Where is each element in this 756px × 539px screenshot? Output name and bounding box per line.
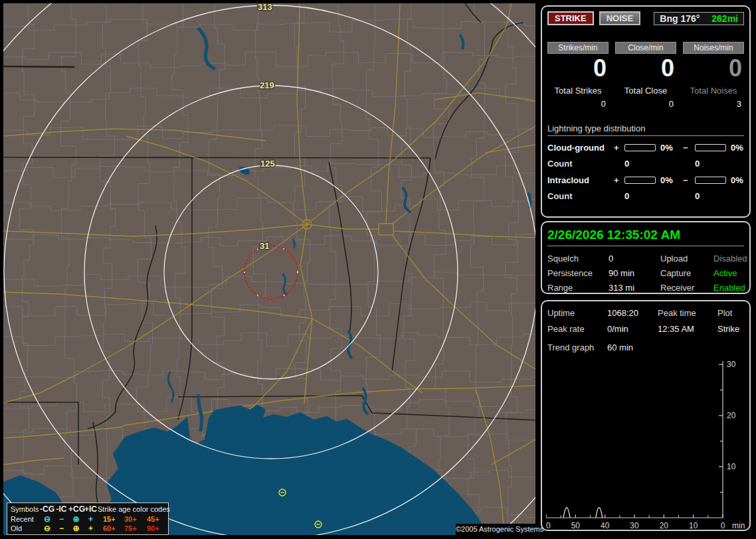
close-counter-column: Close/min 0 Total Close 0: [615, 41, 676, 109]
legend-row-old-label: Old: [11, 524, 40, 534]
ring-label-219: 219: [260, 80, 274, 90]
receiver-status: Enabled: [713, 283, 747, 293]
total-close-label: Total Close: [615, 86, 676, 96]
trend-y-tick: 30: [727, 360, 736, 369]
noises-counter-column: Noises/min 0 Total Noises 3: [683, 41, 744, 109]
legend-header-pic: +IC: [84, 504, 98, 514]
minus-icon: −: [54, 524, 68, 534]
legend-header-pcg: +CG: [68, 504, 84, 514]
total-strikes-label: Total Strikes: [547, 86, 609, 96]
noises-per-min-value: 0: [683, 56, 744, 81]
stats-panel: Uptime 1068:20 Peak time Plot Peak rate …: [541, 300, 751, 531]
age-code-30: 30+: [124, 514, 147, 524]
legend-row-recent-label: Recent: [11, 514, 40, 524]
map-canvas[interactable]: 313 219 125 31: [0, 0, 535, 539]
strikes-counter-column: Strikes/min 0 Total Strikes 0: [547, 41, 609, 109]
capture-label: Capture: [660, 268, 713, 278]
age-code-15: 15+: [103, 514, 124, 524]
copyright-notice: ©2005 Astrogenic Systems: [456, 524, 535, 535]
legend-header-ncg: -CG: [40, 504, 54, 514]
uptime-value: 1068:20: [607, 308, 658, 318]
trend-x-tick: 60: [546, 521, 551, 528]
cg-negative-pct: 0%: [728, 143, 753, 153]
cloud-ground-label: Cloud-ground: [547, 143, 614, 153]
bearing-readout: Bng 176° 262mi: [654, 12, 744, 25]
ic-negative-bar: [695, 177, 726, 184]
ic-positive-bar: [624, 177, 656, 184]
trend-x-tick: 50: [571, 521, 581, 528]
ic-negative-count: 0: [695, 191, 728, 201]
ic-positive-pct: 0%: [658, 175, 683, 185]
bearing-distance: 262mi: [711, 13, 738, 24]
persistence-value: 90 min: [609, 268, 660, 278]
ic-positive-count: 0: [624, 191, 658, 201]
cloud-ground-count-row: Count 0 0: [547, 159, 744, 169]
cg-count-label: Count: [547, 159, 614, 169]
app-window: { "controls": { "strike_button": "STRIKE…: [0, 0, 756, 539]
bearing-label: Bng 176°: [660, 13, 700, 24]
uptime-label: Uptime: [547, 308, 607, 318]
trend-x-tick: 20: [660, 521, 669, 528]
persistence-label: Persistence: [547, 268, 609, 278]
status-panel: 2/26/2026 12:35:02 AM Squelch 0 Upload D…: [541, 221, 751, 294]
total-close-value: 0: [615, 99, 676, 109]
total-noises-label: Total Noises: [683, 86, 744, 96]
cg-positive-count: 0: [624, 159, 658, 169]
peak-rate-label: Peak rate: [547, 324, 607, 334]
circle-minus-icon: ⊖: [40, 514, 54, 524]
ic-negative-pct: 0%: [728, 175, 753, 185]
trend-peak: [563, 508, 570, 518]
strike-mode-button[interactable]: STRIKE: [547, 11, 594, 25]
cloud-ground-row: Cloud-ground + 0% − 0%: [547, 143, 744, 153]
legend-header-symbols: Symbols: [11, 504, 40, 514]
circle-minus-icon: ⊖: [40, 524, 54, 534]
cg-positive-bar: [624, 144, 656, 151]
plus-sign: +: [614, 175, 624, 185]
trend-graph: 3020106050403020100min: [546, 354, 748, 528]
trend-y-tick: 20: [727, 411, 736, 420]
legend-age-title: Strike age color codes: [98, 504, 168, 514]
noises-per-min-button[interactable]: Noises/min: [683, 42, 744, 54]
intracloud-count-row: Count 0 0: [547, 191, 744, 201]
trend-window-value: 60 min: [607, 343, 633, 352]
intracloud-row: Intracloud + 0% − 0%: [547, 175, 744, 185]
peak-rate-value: 0/min: [607, 324, 658, 334]
ring-label-313: 313: [258, 2, 272, 12]
age-code-75: 75+: [124, 524, 147, 534]
trend-x-tick: 40: [601, 521, 610, 528]
minus-sign: −: [683, 143, 695, 153]
plus-icon: +: [84, 514, 98, 524]
range-value: 313 mi: [609, 283, 660, 293]
plus-sign: +: [614, 143, 624, 153]
trend-x-unit: min: [732, 521, 745, 528]
upload-status: Disabled: [713, 254, 747, 264]
strike-map[interactable]: 313 219 125 31 Symbols -CG -IC +CG +IC S…: [0, 0, 535, 539]
ring-label-125: 125: [260, 159, 275, 169]
age-code-45: 45+: [147, 514, 168, 524]
noise-mode-button[interactable]: NOISE: [599, 11, 640, 25]
receiver-label: Receiver: [660, 283, 713, 293]
ring-label-31: 31: [260, 241, 269, 251]
trend-x-tick: 30: [630, 521, 639, 528]
map-legend: Symbols -CG -IC +CG +IC Strike age color…: [7, 502, 169, 535]
trend-x-tick: 10: [689, 521, 698, 528]
cg-positive-pct: 0%: [658, 143, 683, 153]
squelch-value: 0: [609, 254, 660, 264]
strikes-per-min-button[interactable]: Strikes/min: [547, 42, 609, 54]
plot-label: Plot: [717, 308, 744, 318]
close-per-min-button[interactable]: Close/min: [615, 42, 676, 54]
plot-mode-value: Strike: [717, 324, 744, 334]
trend-y-tick: 10: [727, 462, 736, 471]
minus-icon: −: [54, 514, 68, 524]
circle-plus-icon: ⊕: [68, 514, 84, 524]
upload-label: Upload: [660, 254, 713, 264]
minus-sign: −: [683, 175, 695, 185]
ic-count-label: Count: [547, 191, 614, 201]
range-label: Range: [547, 283, 609, 293]
distribution-title: Lightning type distribution: [547, 123, 744, 136]
age-code-90: 90+: [147, 524, 168, 534]
trend-x-tick: 0: [721, 521, 725, 528]
cg-negative-bar: [695, 144, 726, 151]
intracloud-label: Intracloud: [547, 175, 614, 185]
trend-graph-label: Trend graph: [547, 343, 607, 352]
